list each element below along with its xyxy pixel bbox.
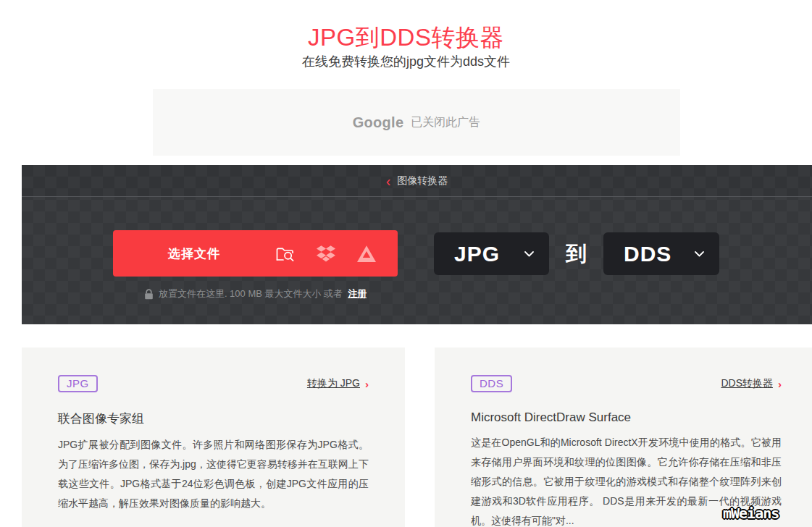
format-card-jpg: JPG 转换为 JPG › 联合图像专家组 JPG扩展被分配到图像文件。许多照片… [22, 347, 405, 527]
breadcrumb-label: 图像转换器 [397, 174, 448, 187]
choose-files-button[interactable]: 选择文件 [113, 230, 398, 277]
page-subtitle: 在线免费转换您的jpg文件为dds文件 [0, 53, 812, 70]
breadcrumb-image-converter[interactable]: ‹ 图像转换器 [22, 165, 812, 197]
converter-banner: ‹ 图像转换器 选择文件 [22, 165, 812, 324]
choose-files-label: 选择文件 [168, 245, 220, 262]
upload-source-icons [275, 245, 376, 263]
drop-hint-text: 放置文件在这里. 100 MB 最大文件大小 或者 [159, 287, 343, 300]
page: JPG到DDS转换器 在线免费转换您的jpg文件为dds文件 Google 已关… [0, 0, 812, 527]
ad-placeholder[interactable]: Google 已关闭此广告 [153, 89, 680, 156]
convert-to-jpg-link-text: 转换为 JPG [307, 377, 360, 390]
dds-converter-link-text: DDS转换器 [721, 377, 773, 390]
google-drive-icon[interactable] [357, 245, 376, 262]
ad-closed-text: 已关闭此广告 [411, 115, 480, 130]
chevron-right-icon: › [365, 378, 369, 390]
dds-card-heading: Microsoft DirectDraw Surface [471, 410, 782, 425]
format-card-dds: DDS DDS转换器 › Microsoft DirectDraw Surfac… [435, 347, 812, 527]
dropbox-icon[interactable] [317, 245, 335, 262]
chevron-down-icon [694, 250, 705, 258]
jpg-card-description: JPG扩展被分配到图像文件。许多照片和网络图形保存为JPG格式。为了压缩许多位图… [58, 435, 369, 513]
page-title: JPG到DDS转换器 [0, 22, 812, 54]
lock-icon [144, 289, 154, 300]
jpg-badge: JPG [58, 375, 98, 392]
dds-badge: DDS [471, 375, 512, 392]
chevron-right-icon: › [778, 378, 782, 390]
from-format-value: JPG [454, 242, 500, 266]
ad-brand-google: Google [353, 114, 404, 131]
folder-search-icon[interactable] [275, 245, 295, 263]
chevron-down-icon [524, 250, 535, 258]
chevron-left-icon: ‹ [386, 165, 391, 197]
to-format-value: DDS [624, 242, 671, 266]
to-word: 到 [549, 232, 603, 275]
drop-hint: 放置文件在这里. 100 MB 最大文件大小 或者 注册 [113, 287, 398, 300]
jpg-card-heading: 联合图像专家组 [58, 410, 369, 427]
to-format-select[interactable]: DDS [603, 232, 719, 275]
watermark: mWeians [723, 505, 779, 522]
dds-converter-link[interactable]: DDS转换器 › [721, 377, 782, 390]
from-format-select[interactable]: JPG [434, 232, 549, 275]
register-link[interactable]: 注册 [348, 287, 367, 300]
convert-to-jpg-link[interactable]: 转换为 JPG › [307, 377, 369, 390]
